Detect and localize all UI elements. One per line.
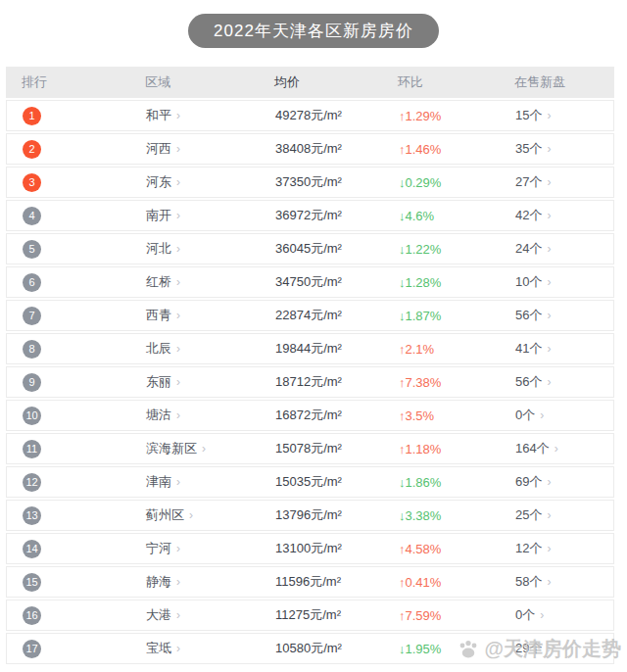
district-label: 蓟州区 [146, 507, 184, 522]
table-row[interactable]: 11 滨海新区› 15078元/m² ↑1.18% 164个› [6, 433, 614, 464]
district-link[interactable]: 河北› [146, 240, 275, 258]
table-row[interactable]: 4 南开› 36972元/m² ↓4.6% 42个› [6, 200, 614, 231]
price-value: 36972元/m² [275, 207, 399, 224]
table-row[interactable]: 15 静海› 11596元/m² ↑0.41% 58个› [6, 566, 614, 598]
district-link[interactable]: 津南› [146, 473, 275, 491]
listings-link[interactable]: 56个› [515, 307, 613, 324]
chevron-right-icon: › [547, 242, 551, 256]
listings-label: 0个 [515, 408, 535, 422]
rank-cell: 6 [7, 273, 146, 292]
change-percent: 7.59% [406, 608, 442, 623]
change-percent: 3.5% [406, 408, 435, 423]
change-percent: 1.29% [406, 109, 442, 123]
listings-link[interactable]: 0个› [515, 407, 613, 424]
rank-cell: 17 [7, 640, 146, 658]
listings-label: 27个 [515, 174, 542, 189]
price-value: 13100元/m² [275, 540, 399, 557]
rank-cell: 16 [7, 606, 146, 625]
rank-badge: 16 [23, 606, 41, 625]
price-value: 11596元/m² [275, 573, 399, 591]
listings-link[interactable]: 164个› [515, 440, 613, 457]
change-value: ↓1.87% [399, 309, 515, 323]
rank-badge: 9 [23, 373, 41, 392]
listings-link[interactable]: 35个› [515, 140, 613, 158]
district-link[interactable]: 东丽› [146, 373, 275, 391]
change-value: ↑7.59% [399, 608, 515, 623]
table-row[interactable]: 16 大港› 11275元/m² ↑7.59% 0个› [6, 600, 614, 631]
page-title: 2022年天津各区新房房价 [188, 14, 439, 48]
chevron-right-icon: › [176, 242, 180, 256]
table-row[interactable]: 14 宁河› 13100元/m² ↑4.58% 12个› [6, 533, 614, 564]
chevron-right-icon: › [547, 175, 551, 189]
district-link[interactable]: 静海› [146, 573, 275, 591]
change-percent: 4.6% [406, 209, 435, 223]
price-value: 15078元/m² [275, 440, 399, 457]
table-row[interactable]: 6 红桥› 34750元/m² ↓1.28% 10个› [6, 266, 614, 298]
chevron-right-icon: › [547, 575, 551, 589]
table-row[interactable]: 9 东丽› 18712元/m² ↑7.38% 56个› [6, 366, 614, 398]
listings-link[interactable]: 56个› [515, 373, 613, 391]
listings-link[interactable]: 0个› [515, 606, 613, 624]
district-link[interactable]: 西青› [146, 307, 275, 324]
change-percent: 1.18% [406, 442, 442, 456]
table-row[interactable]: 7 西青› 22874元/m² ↓1.87% 56个› [6, 300, 614, 331]
table-row[interactable]: 1 和平› 49278元/m² ↑1.29% 15个› [6, 100, 614, 131]
header-change: 环比 [398, 73, 514, 91]
chevron-right-icon: › [547, 642, 551, 655]
listings-label: 35个 [515, 141, 542, 156]
chevron-right-icon: › [555, 442, 558, 456]
chevron-right-icon: › [176, 642, 180, 655]
table-row[interactable]: 5 河北› 36045元/m² ↓1.22% 24个› [6, 233, 614, 264]
district-link[interactable]: 塘沽› [146, 407, 275, 424]
district-label: 东丽 [146, 374, 171, 389]
listings-link[interactable]: 24个› [515, 240, 613, 258]
price-value: 15035元/m² [275, 473, 399, 491]
district-link[interactable]: 河东› [146, 173, 275, 191]
listings-label: 12个 [515, 541, 542, 555]
listings-link[interactable]: 42个› [515, 207, 613, 224]
district-link[interactable]: 北辰› [146, 340, 275, 358]
price-value: 37350元/m² [275, 173, 399, 191]
listings-link[interactable]: 15个› [515, 107, 613, 124]
district-label: 北辰 [146, 341, 171, 356]
change-value: ↓0.29% [399, 175, 515, 190]
district-link[interactable]: 红桥› [146, 273, 275, 291]
district-label: 大港 [146, 607, 171, 622]
table-row[interactable]: 10 塘沽› 16872元/m² ↑3.5% 0个› [6, 400, 614, 431]
district-link[interactable]: 河西› [146, 140, 275, 158]
price-value: 22874元/m² [275, 307, 399, 324]
price-value: 11275元/m² [275, 606, 399, 624]
district-link[interactable]: 宁河› [146, 540, 275, 557]
district-link[interactable]: 滨海新区› [146, 440, 275, 457]
listings-link[interactable]: 12个› [515, 540, 613, 557]
district-link[interactable]: 大港› [146, 606, 275, 624]
table-row[interactable]: 8 北辰› 19844元/m² ↑2.1% 41个› [6, 333, 614, 364]
table-row[interactable]: 12 津南› 15035元/m² ↓1.86% 69个› [6, 466, 614, 498]
chevron-right-icon: › [540, 608, 544, 622]
district-link[interactable]: 和平› [146, 107, 275, 124]
rank-badge: 8 [23, 340, 41, 359]
rank-cell: 9 [7, 373, 146, 392]
table-row[interactable]: 13 蓟州区› 13796元/m² ↓3.38% 25个› [6, 500, 614, 531]
listings-link[interactable]: 25个› [515, 506, 613, 524]
rank-badge: 7 [23, 307, 41, 325]
listings-link[interactable]: 29个› [515, 640, 613, 657]
rank-cell: 4 [7, 207, 146, 225]
change-value: ↓1.95% [399, 642, 515, 656]
rank-badge: 14 [23, 540, 41, 558]
district-link[interactable]: 南开› [146, 207, 275, 224]
listings-link[interactable]: 69个› [515, 473, 613, 491]
district-link[interactable]: 蓟州区› [146, 506, 275, 524]
district-link[interactable]: 宝坻› [146, 640, 275, 657]
price-ranking-table: 排行 区域 均价 环比 在售新盘 1 和平› 49278元/m² ↑1.29% … [6, 67, 614, 664]
chevron-right-icon: › [540, 408, 544, 422]
table-row[interactable]: 2 河西› 38408元/m² ↑1.46% 35个› [6, 133, 614, 165]
listings-link[interactable]: 58个› [515, 573, 613, 591]
chevron-right-icon: › [176, 375, 180, 389]
table-row[interactable]: 3 河东› 37350元/m² ↓0.29% 27个› [6, 167, 614, 198]
listings-link[interactable]: 10个› [515, 273, 613, 291]
change-value: ↓1.86% [399, 475, 515, 490]
listings-link[interactable]: 41个› [515, 340, 613, 358]
listings-link[interactable]: 27个› [515, 173, 613, 191]
table-row[interactable]: 17 宝坻› 10580元/m² ↓1.95% 29个› [6, 633, 614, 664]
